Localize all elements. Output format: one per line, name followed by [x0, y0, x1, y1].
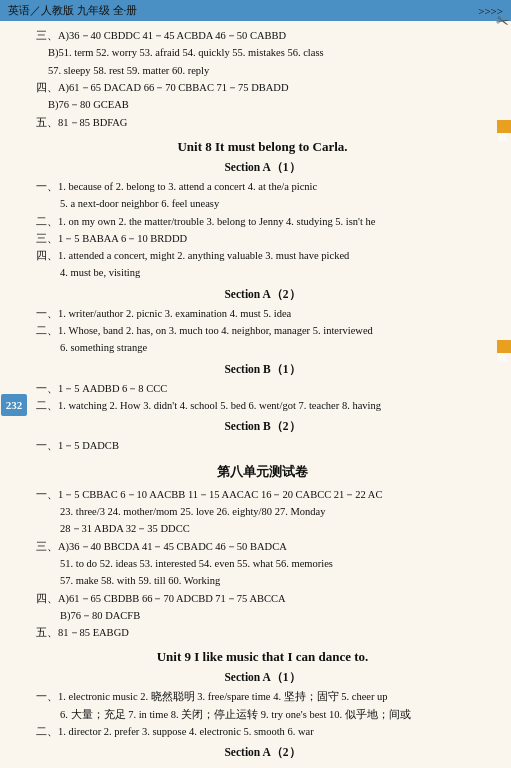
- answer-line: 一、1. because of 2. belong to 3. attend a…: [36, 178, 489, 195]
- unit9-section-a1-answers: 一、1. electronic music 2. 晓然聪明 3. free/sp…: [36, 688, 489, 740]
- answer-line: 二、1. watching 2. How 3. didn't 4. school…: [36, 397, 489, 414]
- right-mark-1: 截: [497, 120, 511, 133]
- left-bar: 232: [0, 30, 28, 768]
- answer-line: 二、1. on my own 2. the matter/trouble 3. …: [36, 213, 489, 230]
- answer-line: 三、A)36－40 BBCDA 41－45 CBADC 46－50 BADCA: [36, 538, 489, 555]
- answer-line: 三、A)36－40 CBDDC 41－45 ACBDA 46－50 CABBD: [36, 27, 489, 44]
- unit-8-title: Unit 8 It must belong to Carla.: [36, 139, 489, 155]
- answer-line: 6. 大量；充足 7. in time 8. 关闭；停止运转 9. try on…: [36, 706, 489, 723]
- answer-line: 二、1. director 2. prefer 3. suppose 4. el…: [36, 723, 489, 740]
- answer-line: B)51. term 52. worry 53. afraid 54. quic…: [36, 44, 489, 61]
- right-mark-2: 晚: [497, 340, 511, 353]
- section-b2-answers: 一、1－5 DADCB: [36, 437, 489, 454]
- answer-line: 一、1－5 CBBAC 6－10 AACBB 11－15 AACAC 16－20…: [36, 486, 489, 503]
- section-roman3-unit7: 三、A)36－40 CBDDC 41－45 ACBDA 46－50 CABBD …: [36, 27, 489, 131]
- chapter-8-test-title: 第八单元测试卷: [36, 463, 489, 481]
- answer-line: 6. something strange: [36, 339, 489, 356]
- answer-line: B)76－80 GCEAB: [36, 96, 489, 113]
- answer-line: 57. sleepy 58. rest 59. matter 60. reply: [36, 62, 489, 79]
- section-b1-title: Section B（1）: [36, 362, 489, 377]
- section-a1-answers: 一、1. because of 2. belong to 3. attend a…: [36, 178, 489, 282]
- top-header: 英语／人教版 九年级 全·册 >>>>: [0, 0, 511, 21]
- answer-line: 5. a next-door neighbor 6. feel uneasy: [36, 195, 489, 212]
- answer-line: 一、1. writer/author 2. picnic 3. examinat…: [36, 305, 489, 322]
- section-b1-answers: 一、1－5 AADBD 6－8 CCC 二、1. watching 2. How…: [36, 380, 489, 415]
- header-title: 英语／人教版 九年级 全·册: [8, 3, 137, 18]
- unit9-section-a2-answers: 一、1－5 CBADA 二、1. who dance 2. sing along…: [36, 763, 489, 768]
- page-wrapper: 英语／人教版 九年级 全·册 >>>> ✂ 232 截 晚 三、A)36－40 …: [0, 0, 511, 768]
- answer-line: 51. to do 52. ideas 53. interested 54. e…: [36, 555, 489, 572]
- unit-9-title: Unit 9 I like music that I can dance to.: [36, 649, 489, 665]
- unit9-section-a2-title: Section A（2）: [36, 745, 489, 760]
- answer-line: 28－31 ABDA 32－35 DDCC: [36, 520, 489, 537]
- answer-line: 四、1. attended a concert, might 2. anythi…: [36, 247, 489, 264]
- page-number: 232: [1, 394, 28, 416]
- section-a1-title: Section A（1）: [36, 160, 489, 175]
- section-a2-title: Section A（2）: [36, 287, 489, 302]
- answer-line: 五、81－85 EABGD: [36, 624, 489, 641]
- section-b2-title: Section B（2）: [36, 419, 489, 434]
- answer-line: 四、A)61－65 DACAD 66－70 CBBAC 71－75 DBADD: [36, 79, 489, 96]
- answer-line: 五、81－85 BDFAG: [36, 114, 489, 131]
- answer-line: 四、A)61－65 CBDBB 66－70 ADCBD 71－75 ABCCA: [36, 590, 489, 607]
- unit9-section-a1-title: Section A（1）: [36, 670, 489, 685]
- answer-line: 一、1. electronic music 2. 晓然聪明 3. free/sp…: [36, 688, 489, 705]
- chapter-8-answers: 一、1－5 CBBAC 6－10 AACBB 11－15 AACAC 16－20…: [36, 486, 489, 642]
- answer-line: 二、1. Whose, band 2. has, on 3. much too …: [36, 322, 489, 339]
- answer-line: 23. three/3 24. mother/mom 25. love 26. …: [36, 503, 489, 520]
- answer-line: 57. make 58. with 59. till 60. Working: [36, 572, 489, 589]
- section-a2-answers: 一、1. writer/author 2. picnic 3. examinat…: [36, 305, 489, 357]
- answer-line: 一、1－5 DADCB: [36, 437, 489, 454]
- answer-line: 4. must be, visiting: [36, 264, 489, 281]
- answer-line: B)76－80 DACFB: [36, 607, 489, 624]
- main-content: 三、A)36－40 CBDDC 41－45 ACBDA 46－50 CABBD …: [28, 21, 497, 768]
- answer-line: 三、1－5 BABAA 6－10 BRDDD: [36, 230, 489, 247]
- answer-line: 一、1－5 CBADA: [36, 763, 489, 768]
- answer-line: 一、1－5 AADBD 6－8 CCC: [36, 380, 489, 397]
